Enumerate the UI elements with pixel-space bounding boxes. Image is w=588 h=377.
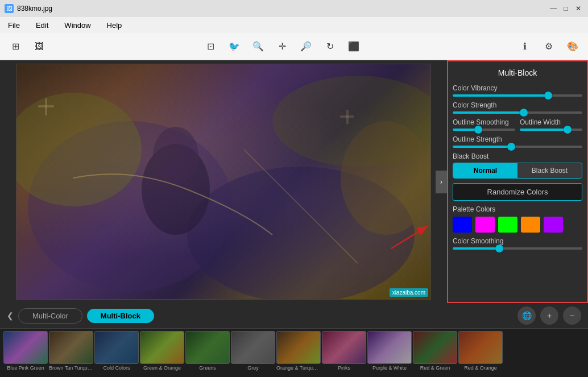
export-icon: ⬛ [348,41,359,52]
zoom-out-icon: 🔍 [300,41,312,52]
stamp-tool-button[interactable]: 🖼 [28,36,50,57]
tab-multi-color[interactable]: Multi-Color [18,308,82,324]
info-button[interactable]: ℹ [514,36,536,57]
remove-button[interactable]: − [563,306,581,325]
outline-smoothing-label: Outline Smoothing [453,118,515,126]
menu-help[interactable]: Help [103,20,126,31]
thumbnail-green-orange[interactable] [140,331,184,364]
menu-edit[interactable]: Edit [32,20,52,31]
palette-group: Palette Colors [453,205,582,233]
color-smoothing-slider[interactable] [453,247,582,250]
canvas-area: xiazaiba.com › [0,60,447,303]
zoom-in-button[interactable]: 🔍 [247,36,269,57]
thumbnail-cold[interactable] [94,331,139,364]
color-swatch-orange[interactable] [521,217,540,233]
info-icon: ℹ [523,41,527,52]
effects-button[interactable]: 🎨 [562,36,583,57]
thumbnail-orange[interactable] [276,331,321,364]
export-button[interactable]: ⬛ [343,36,365,57]
maximize-button[interactable]: □ [561,3,571,14]
black-boost-button[interactable]: Black Boost [517,163,582,178]
rotate-button[interactable]: ↻ [319,36,341,57]
list-item[interactable]: Blue Pink Green [3,331,48,371]
photo-tool-button[interactable]: ⊞ [5,36,26,57]
list-item[interactable]: Red & Green [413,331,457,371]
toolbar: ⊞ 🖼 ⊡ 🐦 🔍 ✛ 🔍 ↻ ⬛ ℹ ⚙ 🎨 [0,33,588,60]
photo-tool-icon: ⊞ [12,41,19,52]
close-button[interactable]: ✕ [573,3,583,14]
black-boost-label: Black Boost [453,152,582,160]
panel-toggle-button[interactable]: › [436,171,447,193]
color-vibrancy-slider[interactable] [453,94,582,97]
list-item[interactable]: Brown Tan Turquoise [49,331,93,371]
color-vibrancy-label: Color Vibrancy [453,84,582,92]
outline-strength-group: Outline Strength [453,135,582,148]
move-tool-button[interactable]: ✛ [271,36,293,57]
minus-icon: − [570,311,574,320]
add-button[interactable]: + [540,306,558,325]
thumbnail-purple-white[interactable] [367,331,412,364]
color-strength-label: Color Strength [453,101,582,109]
svg-point-7 [153,127,198,184]
menu-file[interactable]: File [5,20,23,31]
title-bar: 🖼 838kmo.jpg — □ ✕ [0,0,588,17]
thumbnail-label: Pinks [338,365,350,371]
plus-icon: + [547,311,552,320]
title-bar-left: 🖼 838kmo.jpg [5,4,52,13]
color-swatch-magenta[interactable] [475,217,495,233]
color-strength-slider[interactable] [453,111,582,114]
black-boost-group: Black Boost Normal Black Boost [453,152,582,179]
right-panel: Multi-Block Color Vibrancy Color Strengt… [447,60,588,303]
menu-window[interactable]: Window [61,20,94,31]
outline-strength-slider[interactable] [453,146,582,148]
zoom-out-button[interactable]: 🔍 [295,36,317,57]
outline-width-slider[interactable] [520,129,582,131]
normal-boost-button[interactable]: Normal [453,163,517,178]
outline-smoothing-slider[interactable] [453,129,515,131]
outline-width-group: Outline Width [520,118,582,131]
list-item[interactable]: Pinks [322,331,366,371]
randomize-colors-button[interactable]: Randomize Colors [453,183,582,201]
minimize-button[interactable]: — [548,3,558,14]
list-item[interactable]: Grey [231,331,275,371]
bird-tool-button[interactable]: 🐦 [223,36,245,57]
thumbnail-label: Greens [199,365,216,371]
color-swatch-green[interactable] [498,217,517,233]
move-icon: ✛ [279,41,286,52]
color-vibrancy-group: Color Vibrancy [453,84,582,97]
list-item[interactable]: Purple & White [367,331,412,371]
tab-bar: ❮ Multi-Color Multi-Block 🌐 + − [0,303,588,329]
thumbnail-greens[interactable] [185,331,230,364]
thumbnail-label: Orange & Turquoise [276,365,321,371]
thumbnail-pinks[interactable] [322,331,366,364]
crop-tool-button[interactable]: ⊡ [200,36,221,57]
window-title: 838kmo.jpg [17,5,52,13]
image-svg [16,64,431,300]
list-item[interactable]: Green & Orange [140,331,184,371]
thumbnail-red-orange[interactable] [458,331,503,364]
crop-icon: ⊡ [207,41,214,52]
globe-icon: 🌐 [522,311,532,320]
list-item[interactable]: Orange & Turquoise [276,331,321,371]
tab-arrow-left[interactable]: ❮ [7,311,14,320]
thumbnail-blue-pink[interactable] [3,331,48,364]
color-swatch-blue[interactable] [453,217,472,233]
list-item[interactable]: Red & Orange [458,331,503,371]
list-item[interactable]: Greens [185,331,230,371]
thumbnail-label: Cold Colors [103,365,130,371]
thumbnail-brown-tan[interactable] [49,331,93,364]
list-item[interactable]: Cold Colors [94,331,139,371]
thumbnail-red-green[interactable] [413,331,457,364]
thumbnail-grey[interactable] [231,331,275,364]
toolbar-right: ℹ ⚙ 🎨 [514,36,583,57]
boost-toggle: Normal Black Boost [453,163,582,179]
settings-button[interactable]: ⚙ [538,36,560,57]
svg-rect-11 [340,115,354,118]
outline-strength-label: Outline Strength [453,135,582,143]
color-smoothing-group: Color Smoothing [453,237,582,250]
panel-title: Multi-Block [453,66,582,80]
color-swatch-purple[interactable] [544,217,563,233]
tab-multi-block[interactable]: Multi-Block [87,309,154,323]
globe-button[interactable]: 🌐 [517,306,536,325]
menu-bar: File Edit Window Help [0,17,588,33]
